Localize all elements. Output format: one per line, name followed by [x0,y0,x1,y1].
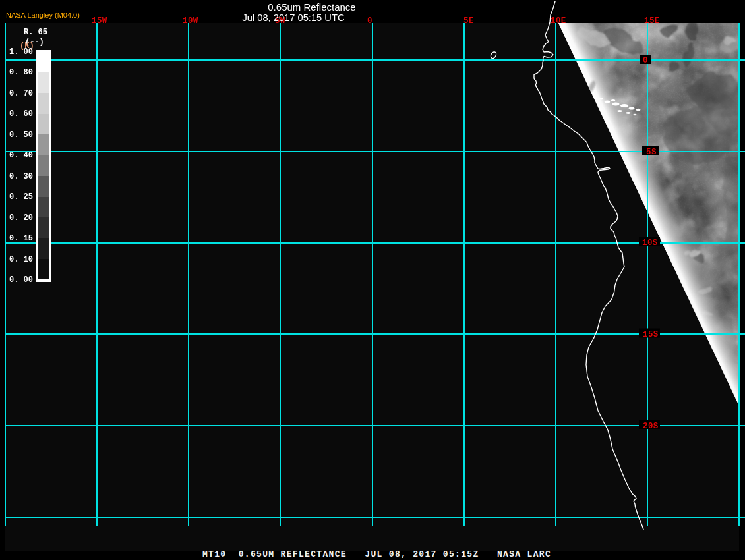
svg-text:0: 0 [643,56,648,65]
svg-text:10S: 10S [642,238,658,248]
svg-text:20S: 20S [643,422,659,431]
svg-text:15S: 15S [643,330,659,339]
svg-text:5S: 5S [646,148,657,157]
